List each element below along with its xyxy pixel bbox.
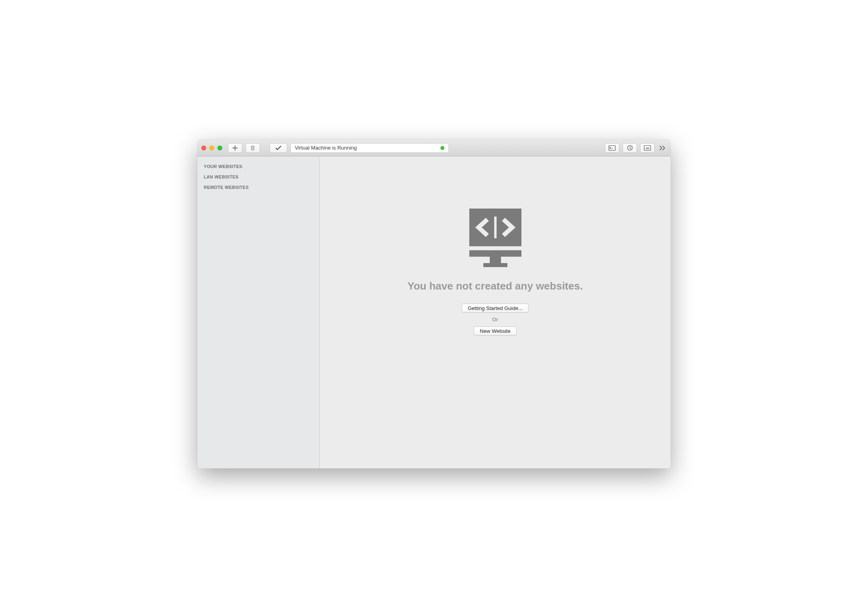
delete-button[interactable]: [245, 143, 260, 153]
error-404-icon: 404: [644, 145, 651, 151]
plus-icon: [232, 145, 238, 151]
empty-state-heading: You have not created any websites.: [408, 280, 583, 292]
new-website-button[interactable]: New Website: [474, 326, 516, 335]
status-field[interactable]: Virtual Machine is Running: [290, 143, 449, 153]
app-window: Virtual Machine is Running 404 YOUR WEBS…: [197, 140, 671, 468]
main-panel: You have not created any websites. Getti…: [320, 156, 671, 468]
svg-rect-6: [469, 250, 521, 257]
or-separator: Or: [492, 316, 498, 322]
code-monitor-icon: [463, 209, 527, 270]
svg-rect-5: [494, 217, 497, 238]
getting-started-button[interactable]: Getting Started Guide...: [462, 304, 529, 312]
sidebar-section-lan-websites[interactable]: LAN WEBSITES: [197, 172, 319, 182]
add-button[interactable]: [228, 143, 242, 153]
zoom-window-button[interactable]: [217, 146, 222, 150]
status-indicator-dot: [440, 146, 444, 150]
traffic-lights: [201, 146, 222, 150]
sidebar-section-your-websites[interactable]: YOUR WEBSITES: [197, 161, 319, 172]
apply-button[interactable]: [270, 143, 287, 153]
trash-icon: [250, 145, 256, 151]
sidebar: YOUR WEBSITES LAN WEBSITES REMOTE WEBSIT…: [197, 156, 320, 468]
window-content: YOUR WEBSITES LAN WEBSITES REMOTE WEBSIT…: [197, 156, 671, 468]
sidebar-section-remote-websites[interactable]: REMOTE WEBSITES: [197, 182, 319, 193]
clock-icon: [627, 145, 633, 151]
svg-rect-0: [609, 146, 615, 150]
close-window-button[interactable]: [201, 146, 206, 150]
terminal-icon: [608, 145, 616, 151]
toolbar: Virtual Machine is Running 404: [197, 140, 671, 156]
svg-text:404: 404: [645, 147, 649, 149]
status-text: Virtual Machine is Running: [295, 145, 357, 151]
error-page-button[interactable]: 404: [640, 143, 655, 153]
minimize-window-button[interactable]: [209, 146, 214, 150]
checkmark-icon: [275, 145, 282, 151]
svg-rect-8: [483, 263, 507, 267]
history-button[interactable]: [623, 143, 637, 153]
svg-rect-7: [490, 257, 501, 263]
chevron-double-right-icon: [659, 146, 665, 150]
toolbar-overflow-button[interactable]: [658, 143, 667, 153]
terminal-button[interactable]: [605, 143, 619, 153]
